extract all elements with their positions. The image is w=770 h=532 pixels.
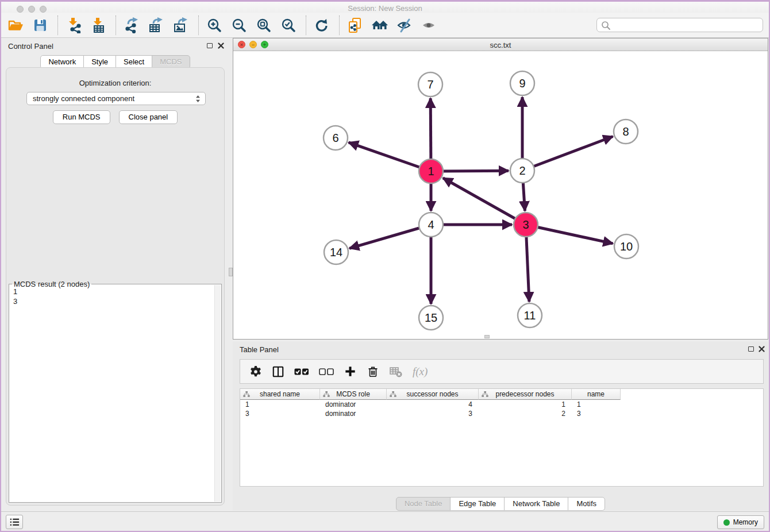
delete-table-button[interactable] — [389, 365, 403, 378]
column-header-name[interactable]: name — [572, 389, 621, 400]
node-label: 3 — [522, 218, 529, 231]
export-network-icon — [124, 17, 140, 33]
toolbar-separator — [198, 16, 199, 35]
column-header-shared-name[interactable]: shared name — [240, 389, 320, 400]
checked-checkboxes-icon — [294, 367, 309, 377]
task-history-button[interactable] — [6, 515, 23, 529]
criterion-select[interactable]: strongly connected component — [26, 92, 206, 105]
criterion-selected-value: strongly connected component — [33, 94, 194, 103]
window-title: Session: New Session — [1, 4, 769, 13]
table-body: 1dominator4113dominator323 — [240, 400, 763, 418]
node-label: 14 — [330, 246, 342, 259]
graph-node-14[interactable]: 14 — [324, 240, 348, 264]
memory-button[interactable]: Memory — [717, 515, 764, 529]
split-columns-icon — [272, 365, 284, 378]
tab-motifs[interactable]: Motifs — [568, 497, 605, 511]
close-panel-icon[interactable] — [218, 43, 224, 49]
close-panel-button[interactable]: Close panel — [119, 110, 178, 124]
hide-selected-button[interactable] — [396, 17, 413, 34]
tab-network-table[interactable]: Network Table — [504, 497, 568, 511]
float-panel-icon[interactable] — [207, 43, 213, 48]
graph-node-1[interactable]: 1 — [419, 159, 443, 183]
clone-network-button[interactable] — [346, 17, 364, 34]
column-header-mcds-role[interactable]: MCDS role — [320, 389, 387, 400]
mcds-result-box: MCDS result (2 nodes) 13 — [9, 284, 222, 503]
graph-node-6[interactable]: 6 — [324, 126, 348, 150]
titlebar: Session: New Session — [1, 2, 769, 13]
zoom-in-button[interactable] — [206, 17, 223, 34]
edge-2-8[interactable] — [522, 136, 613, 171]
toolbar-separator — [339, 16, 340, 35]
canvas-resize-handle[interactable] — [484, 335, 490, 338]
panel-splitter-handle[interactable] — [229, 268, 233, 276]
export-table-button[interactable] — [148, 17, 165, 34]
column-header-successor-nodes[interactable]: successor nodes — [387, 389, 479, 400]
network-graph[interactable]: 7968124314101511 — [233, 51, 768, 339]
show-hidden-button[interactable] — [421, 17, 438, 34]
edge-1-6[interactable] — [349, 142, 431, 171]
graph-node-4[interactable]: 4 — [419, 213, 443, 237]
deselect-all-columns-button[interactable] — [319, 367, 334, 377]
graph-node-3[interactable]: 3 — [514, 213, 538, 237]
memory-status-dot — [723, 519, 730, 526]
graph-node-7[interactable]: 7 — [418, 72, 442, 97]
edge-3-10[interactable] — [526, 225, 613, 244]
table-row[interactable]: 1dominator411 — [240, 400, 763, 409]
sort-column-icon — [482, 391, 488, 398]
zoom-out-icon — [232, 18, 247, 33]
add-column-button[interactable] — [344, 365, 357, 378]
apply-layout-button[interactable] — [313, 17, 330, 34]
clone-network-icon — [347, 17, 363, 33]
run-mcds-button[interactable]: Run MCDS — [53, 110, 110, 124]
result-scrollbar[interactable] — [214, 285, 221, 502]
select-all-columns-button[interactable] — [294, 367, 309, 377]
import-table-button[interactable] — [90, 17, 107, 34]
table-row[interactable]: 3dominator323 — [240, 409, 763, 418]
show-all-button[interactable] — [371, 17, 388, 34]
table-cell: 1 — [479, 400, 572, 409]
header-filler — [621, 389, 763, 400]
graph-node-15[interactable]: 15 — [419, 306, 443, 330]
network-canvas[interactable]: 7968124314101511 — [233, 51, 768, 339]
table-settings-button[interactable] — [249, 365, 262, 378]
memory-label: Memory — [733, 518, 758, 526]
zoom-selected-icon — [281, 18, 296, 33]
graph-node-2[interactable]: 2 — [510, 159, 534, 183]
control-panel-title: Control Panel — [8, 42, 53, 51]
table-cell: 4 — [387, 400, 479, 409]
zoom-fit-button[interactable] — [255, 17, 272, 34]
tab-node-table[interactable]: Node Table — [396, 497, 451, 511]
delete-column-button[interactable] — [367, 365, 379, 378]
zoom-out-button[interactable] — [230, 17, 248, 34]
sort-column-icon — [323, 391, 330, 398]
tab-edge-table[interactable]: Edge Table — [450, 497, 505, 511]
eye-slash-icon — [396, 18, 413, 33]
search-input[interactable] — [611, 20, 763, 31]
graph-node-9[interactable]: 9 — [510, 71, 534, 95]
float-table-panel-icon[interactable] — [748, 346, 754, 352]
import-network-icon — [66, 17, 82, 33]
graph-node-10[interactable]: 10 — [614, 234, 638, 259]
zoom-in-icon — [207, 18, 222, 33]
toolbar-separator — [306, 16, 306, 35]
node-label: 9 — [519, 77, 525, 90]
save-session-button[interactable] — [32, 17, 49, 34]
column-header-predecessor-nodes[interactable]: predecessor nodes — [479, 389, 572, 400]
function-builder-button[interactable]: f(x) — [413, 365, 428, 378]
close-table-panel-icon[interactable] — [759, 346, 765, 352]
graph-node-8[interactable]: 8 — [614, 119, 638, 144]
edge-3-1[interactable] — [443, 178, 526, 225]
mcds-panel: Optimization criterion: strongly connect… — [6, 67, 225, 506]
node-label: 2 — [519, 164, 525, 177]
zoom-selected-button[interactable] — [280, 17, 297, 34]
table-cell: dominator — [320, 409, 387, 418]
export-image-button[interactable] — [172, 17, 190, 34]
search-box[interactable] — [596, 18, 763, 32]
export-network-button[interactable] — [123, 17, 140, 34]
mcds-result-title: MCDS result (2 nodes) — [12, 280, 91, 288]
import-network-button[interactable] — [65, 17, 82, 34]
graph-node-11[interactable]: 11 — [518, 303, 542, 327]
column-pane-button[interactable] — [272, 365, 284, 378]
sort-column-icon — [243, 391, 250, 398]
open-session-button[interactable] — [7, 17, 24, 34]
